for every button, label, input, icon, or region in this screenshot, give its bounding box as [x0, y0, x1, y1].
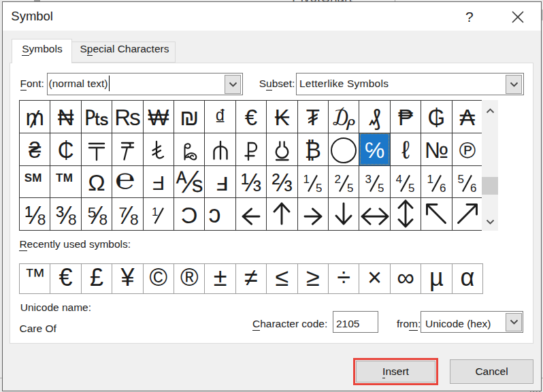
svg-text:5: 5 — [458, 175, 464, 186]
svg-text:2: 2 — [335, 175, 341, 186]
svg-text:6: 6 — [440, 182, 446, 192]
svg-text:1: 1 — [152, 208, 158, 218]
svg-text:6: 6 — [470, 182, 476, 192]
svg-text:5: 5 — [347, 182, 353, 192]
svg-text:5: 5 — [378, 182, 384, 192]
svg-text:3: 3 — [365, 175, 372, 186]
svg-text:1: 1 — [303, 175, 310, 186]
svg-text:5: 5 — [409, 182, 415, 192]
svg-text:4: 4 — [396, 175, 402, 186]
svg-text:5: 5 — [316, 182, 322, 192]
svg-text:1: 1 — [427, 175, 433, 186]
